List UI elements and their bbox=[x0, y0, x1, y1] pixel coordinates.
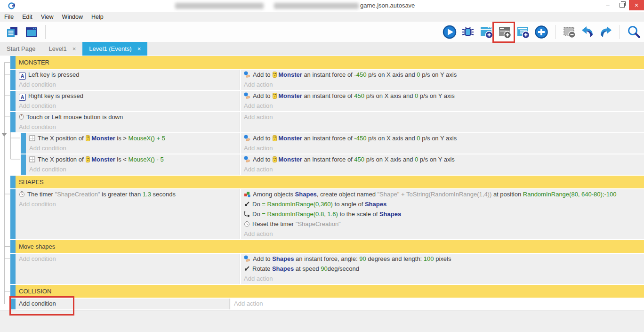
redo-icon[interactable] bbox=[598, 24, 613, 40]
tab-level1[interactable]: Level1 × bbox=[42, 42, 82, 56]
actions-cell[interactable]: Add to Monster an instant force of 450 p… bbox=[241, 154, 644, 175]
add-condition-link[interactable]: Add condition bbox=[19, 80, 240, 90]
condition-x-position[interactable]: The X position of Monster is > MouseX() … bbox=[29, 133, 240, 143]
conditions-cell[interactable]: Add condition bbox=[16, 254, 240, 284]
add-action-link[interactable]: Add action bbox=[244, 164, 644, 175]
event-selection-bar[interactable] bbox=[21, 133, 26, 154]
actions-cell[interactable]: Add action bbox=[231, 299, 644, 309]
actions-cell[interactable]: Add to Monster an instant force of -450 … bbox=[241, 133, 644, 154]
group-row-move-shapes[interactable]: Move shapes bbox=[10, 240, 644, 253]
debugger-icon[interactable] bbox=[460, 24, 475, 40]
group-header-move-shapes[interactable]: Move shapes bbox=[16, 240, 644, 253]
tab-start-page[interactable]: Start Page bbox=[0, 42, 42, 56]
actions-cell[interactable]: Add to Monster an instant force of -450 … bbox=[241, 70, 644, 90]
add-action-link[interactable]: Add action bbox=[244, 101, 644, 111]
event-selection-bar[interactable] bbox=[10, 91, 16, 111]
menu-help[interactable]: Help bbox=[91, 14, 104, 20]
action-add-force[interactable]: Add to Shapes an instant force, angle: 9… bbox=[244, 254, 644, 264]
restore-button[interactable] bbox=[615, 0, 629, 10]
rotate-arrow-icon bbox=[244, 266, 250, 272]
actions-cell[interactable]: Among objects Shapes, create object name… bbox=[241, 189, 644, 239]
menu-window[interactable]: Window bbox=[62, 14, 83, 20]
event-selection-bar[interactable] bbox=[10, 254, 16, 284]
menu-file[interactable]: File bbox=[4, 14, 14, 20]
actions-cell[interactable]: Add to Monster an instant force of 450 p… bbox=[241, 91, 644, 111]
add-action-link[interactable]: Add action bbox=[244, 274, 644, 284]
create-object-icon bbox=[244, 191, 250, 197]
event-selection-bar[interactable] bbox=[10, 70, 16, 90]
add-other-event-icon[interactable] bbox=[534, 24, 549, 40]
condition-right-key[interactable]: ARight key is pressed bbox=[19, 91, 240, 101]
add-action-link[interactable]: Add action bbox=[244, 143, 644, 154]
condition-timer[interactable]: The timer "ShapeCreation" is greater tha… bbox=[19, 189, 240, 199]
event-selection-bar[interactable] bbox=[10, 189, 16, 239]
add-subevent-icon[interactable] bbox=[515, 24, 531, 40]
conditions-cell[interactable]: The timer "ShapeCreation" is greater tha… bbox=[16, 189, 240, 239]
add-action-link[interactable]: Add action bbox=[234, 299, 644, 308]
group-row-collision[interactable]: COLLISION bbox=[10, 285, 644, 298]
restore-icon bbox=[620, 3, 625, 8]
action-add-force[interactable]: Add to Monster an instant force of -450 … bbox=[244, 133, 644, 143]
scene-editor-icon[interactable] bbox=[24, 24, 39, 40]
condition-x-position[interactable]: The X position of Monster is < MouseX() … bbox=[29, 154, 240, 164]
force-icon bbox=[244, 156, 250, 162]
project-manager-icon[interactable] bbox=[5, 24, 20, 40]
group-row-shapes[interactable]: SHAPES bbox=[10, 176, 644, 188]
group-header-shapes[interactable]: SHAPES bbox=[16, 176, 644, 188]
action-create-object[interactable]: Among objects Shapes, create object name… bbox=[244, 189, 644, 199]
conditions-cell[interactable]: The X position of Monster is < MouseX() … bbox=[26, 154, 240, 175]
action-set-scale[interactable]: Do = RandomInRange(0.8, 1.6) to the scal… bbox=[244, 209, 644, 219]
preview-play-icon[interactable] bbox=[442, 24, 457, 40]
event-selection-bar[interactable] bbox=[21, 154, 26, 175]
delete-event-icon[interactable] bbox=[562, 24, 577, 40]
toolbar bbox=[0, 22, 644, 42]
title-bar: game.json.autosave – × bbox=[0, 0, 644, 12]
group-header-collision[interactable]: COLLISION bbox=[16, 285, 644, 298]
add-condition-link[interactable]: Add condition bbox=[19, 254, 240, 264]
menu-edit[interactable]: Edit bbox=[22, 14, 32, 20]
event-row-left-key: ALeft key is pressed Add condition Add t… bbox=[10, 70, 644, 90]
conditions-cell[interactable]: The X position of Monster is > MouseX() … bbox=[26, 133, 240, 154]
minimize-button[interactable]: – bbox=[601, 0, 615, 10]
conditions-cell[interactable]: ALeft key is pressed Add condition bbox=[16, 70, 240, 90]
actions-cell[interactable]: Add action bbox=[241, 112, 644, 132]
add-condition-link[interactable]: Add condition bbox=[29, 164, 240, 175]
add-condition-link[interactable]: Add condition bbox=[29, 143, 240, 154]
tab-close-icon[interactable]: × bbox=[137, 45, 141, 52]
actions-cell[interactable]: Add to Shapes an instant force, angle: 9… bbox=[241, 254, 644, 284]
toolbar-separator bbox=[555, 25, 555, 39]
add-action-link[interactable]: Add action bbox=[244, 229, 644, 239]
close-button[interactable]: × bbox=[629, 0, 644, 10]
event-selection-bar[interactable] bbox=[10, 285, 16, 298]
event-row-empty: Add condition Add action bbox=[10, 299, 644, 309]
event-selection-bar[interactable] bbox=[10, 240, 16, 253]
search-icon[interactable] bbox=[626, 24, 641, 40]
add-condition-link[interactable]: Add condition bbox=[19, 199, 240, 210]
action-reset-timer[interactable]: Reset the timer "ShapeCreation" bbox=[244, 219, 644, 229]
action-set-angle[interactable]: Do = RandomInRange(0,360) to angle of Sh… bbox=[244, 199, 644, 209]
add-condition-link[interactable]: Add condition bbox=[19, 101, 240, 111]
tab-level1-events[interactable]: Level1 (Events) × bbox=[82, 42, 147, 56]
add-action-link[interactable]: Add action bbox=[244, 80, 644, 90]
group-header-monster[interactable]: MONSTER bbox=[16, 56, 644, 69]
action-rotate[interactable]: Rotate Shapes at speed 90deg/second bbox=[244, 264, 644, 274]
conditions-cell[interactable]: Touch or Left mouse button is down Add c… bbox=[16, 112, 240, 132]
action-add-force[interactable]: Add to Monster an instant force of 450 p… bbox=[244, 91, 644, 101]
event-selection-bar[interactable] bbox=[10, 176, 16, 188]
undo-icon[interactable] bbox=[580, 24, 595, 40]
condition-touch[interactable]: Touch or Left mouse button is down bbox=[19, 112, 240, 122]
add-action-link[interactable]: Add action bbox=[244, 112, 644, 122]
event-selection-bar[interactable] bbox=[10, 56, 16, 69]
action-add-force[interactable]: Add to Monster an instant force of 450 p… bbox=[244, 154, 644, 164]
action-add-force[interactable]: Add to Monster an instant force of -450 … bbox=[244, 70, 644, 80]
conditions-cell[interactable]: ARight key is pressed Add condition bbox=[16, 91, 240, 111]
condition-left-key[interactable]: ALeft key is pressed bbox=[19, 70, 240, 80]
group-row-monster[interactable]: MONSTER bbox=[10, 56, 644, 69]
monster-object-icon bbox=[273, 72, 277, 78]
add-condition-link[interactable]: Add condition bbox=[19, 122, 240, 132]
close-icon: × bbox=[635, 1, 638, 9]
add-event-icon[interactable] bbox=[479, 24, 494, 40]
menu-view[interactable]: View bbox=[41, 14, 54, 20]
event-selection-bar[interactable] bbox=[10, 112, 16, 132]
tab-close-icon[interactable]: × bbox=[72, 45, 76, 52]
